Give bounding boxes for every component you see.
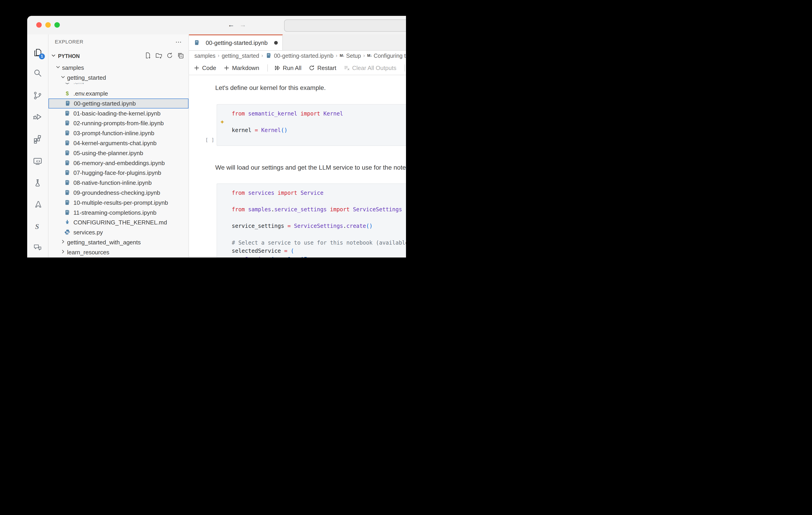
activity-bar: 1S [27, 34, 49, 258]
tree-file-09-groundedness-checking-ipynb[interactable]: 09-groundedness-checking.ipynb [49, 188, 188, 198]
workspace-name: PYTHON [58, 53, 80, 59]
markdown-cell[interactable]: We will load our settings and get the LL… [215, 162, 406, 174]
new-folder-icon[interactable] [155, 52, 162, 60]
chevron-right-icon [60, 248, 66, 256]
collapse-all-icon[interactable] [177, 52, 184, 60]
new-file-icon[interactable] [145, 52, 151, 60]
add-markdown-cell-button[interactable]: Markdown [223, 65, 259, 71]
tree-folder-learn-resources[interactable]: learn_resources [49, 247, 188, 257]
forward-arrow-icon[interactable]: → [238, 21, 248, 29]
refresh-icon[interactable] [166, 52, 173, 60]
explorer-sidebar: EXPLORER ⋯ PYTHON samplesgetting_started… [49, 34, 189, 258]
notebook-icon [64, 170, 71, 176]
tree-file--env[interactable]: .env [49, 83, 188, 89]
tree-file-03-prompt-function-inline-ipynb[interactable]: 03-prompt-function-inline.ipynb [49, 128, 188, 139]
notebook-icon [64, 150, 71, 156]
restart-button[interactable]: Restart [309, 65, 336, 71]
notebook-toolbar: Code Markdown Run All Restart Clear All … [189, 61, 406, 75]
breadcrumb-item[interactable]: M↓Configuring the Kernel [367, 53, 406, 59]
activity-explorer-icon[interactable]: 1 [27, 46, 48, 59]
md-down-icon [64, 219, 71, 226]
notebook-icon [64, 130, 71, 137]
markdown-icon: M↓ [340, 54, 344, 58]
search-input[interactable]: python [284, 20, 406, 32]
tree-file--init-py[interactable]: __init__.py [49, 257, 188, 258]
workspace-section-header[interactable]: PYTHON [49, 51, 188, 62]
activity-extensions-icon[interactable] [27, 132, 48, 146]
dollar-icon: $ [64, 90, 71, 97]
tree-file-08-native-function-inline-ipynb[interactable]: 08-native-function-inline.ipynb [49, 178, 188, 188]
breadcrumb-item[interactable]: samples [194, 53, 215, 59]
clear-all-outputs-button[interactable]: Clear All Outputs [344, 65, 396, 71]
back-arrow-icon[interactable]: ← [227, 21, 236, 29]
activity-testing-icon[interactable] [27, 176, 48, 190]
tree-file-configuring-the-kernel-md[interactable]: CONFIGURING_THE_KERNEL.md [49, 218, 188, 228]
notebook-icon [64, 189, 71, 196]
markdown-cell[interactable]: Let's define our kernel for this example… [215, 82, 326, 94]
breadcrumb-separator: › [363, 53, 365, 59]
tree-folder-samples[interactable]: samples [49, 63, 188, 73]
copilot-sparkle-icon[interactable]: ✦ [220, 119, 225, 126]
code-cell[interactable]: from semantic_kernel import Kernelkernel… [216, 104, 406, 146]
notebook-icon [194, 40, 200, 46]
notebook-icon [64, 120, 71, 127]
breadcrumb: samples›getting_started›00-getting-start… [189, 50, 406, 61]
breadcrumb-separator: › [218, 53, 219, 59]
notebook-icon [64, 100, 71, 107]
activity-azure-icon[interactable] [27, 198, 48, 211]
activity-source-control-icon[interactable] [27, 89, 48, 102]
tab-notebook[interactable]: 00-getting-started.ipynb [189, 34, 283, 50]
notebook-icon [64, 140, 71, 147]
activity-remote-explorer-icon[interactable] [27, 154, 48, 168]
minimize-button[interactable] [45, 22, 51, 28]
add-code-cell-button[interactable]: Code [194, 65, 216, 71]
tree-file-10-multiple-results-per-prompt-ipynb[interactable]: 10-multiple-results-per-prompt.ipynb [49, 198, 188, 208]
code-cell[interactable]: from services import Servicefrom samples… [216, 183, 406, 258]
tree-file-04-kernel-arguments-chat-ipynb[interactable]: 04-kernel-arguments-chat.ipynb [49, 139, 188, 148]
tree-file-11-streaming-completions-ipynb[interactable]: 11-streaming-completions.ipynb [49, 208, 188, 218]
activity-sk-swirl-icon[interactable]: S [27, 220, 48, 233]
notebook-icon [64, 200, 71, 206]
tree-file-06-memory-and-embeddings-ipynb[interactable]: 06-memory-and-embeddings.ipynb [49, 158, 188, 168]
tree-file-02-running-prompts-from-file-ipynb[interactable]: 02-running-prompts-from-file.ipynb [49, 118, 188, 128]
breadcrumb-separator: › [261, 53, 263, 59]
notebook-icon [64, 110, 71, 117]
explorer-badge: 1 [39, 54, 45, 59]
tree-folder-getting-started-with-agents[interactable]: getting_started_with_agents [49, 238, 188, 247]
notebook-icon [265, 53, 272, 59]
tab-title: 00-getting-started.ipynb [206, 39, 267, 47]
svg-text:S: S [35, 223, 39, 231]
tree-file-01-basic-loading-the-kernel-ipynb[interactable]: 01-basic-loading-the-kernel.ipynb [49, 109, 188, 118]
desktop: ← → python 1S EXPLORER ⋯ [0, 0, 406, 258]
gear-icon [64, 83, 71, 86]
activity-comments-icon[interactable] [27, 241, 48, 254]
activity-search-icon[interactable] [27, 66, 48, 80]
tree-file-00-getting-started-ipynb[interactable]: 00-getting-started.ipynb [49, 98, 188, 109]
chevron-down-icon [50, 52, 57, 60]
breadcrumb-item[interactable]: getting_started [222, 53, 259, 59]
breadcrumb-item[interactable]: M↓Setup [340, 53, 361, 59]
titlebar: ← → python [27, 16, 406, 35]
tree-folder-getting-started[interactable]: getting_started [49, 73, 188, 83]
tree-file-05-using-the-planner-ipynb[interactable]: 05-using-the-planner.ipynb [49, 148, 188, 158]
breadcrumb-separator: › [336, 53, 337, 59]
tree-file-services-py[interactable]: services.py [49, 228, 188, 238]
close-button[interactable] [36, 22, 42, 28]
run-all-button[interactable]: Run All [274, 65, 301, 71]
breadcrumb-item[interactable]: 00-getting-started.ipynb [265, 53, 334, 59]
execution-count: [ ] [205, 137, 214, 143]
tree-file--env-example[interactable]: $.env.example [49, 89, 188, 99]
dirty-indicator[interactable] [274, 41, 278, 44]
markdown-icon: M↓ [367, 54, 372, 58]
notebook-cell-list: ••• Let's define our kernel for this exa… [189, 75, 406, 258]
chevron-right-icon [60, 239, 66, 246]
explorer-title: EXPLORER [55, 39, 83, 45]
activity-run-debug-icon[interactable] [27, 110, 48, 124]
python-icon [64, 229, 71, 236]
notebook-icon [64, 160, 71, 166]
maximize-button[interactable] [54, 22, 60, 28]
notebook-icon [64, 180, 71, 186]
tree-file-07-hugging-face-for-plugins-ipynb[interactable]: 07-hugging-face-for-plugins.ipynb [49, 168, 188, 178]
explorer-more-icon[interactable]: ⋯ [175, 38, 182, 46]
chevron-down-icon [55, 64, 61, 72]
